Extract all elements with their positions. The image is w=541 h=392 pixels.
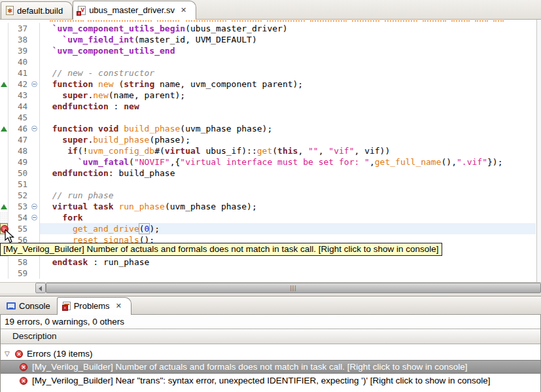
- fold-collapse-icon[interactable]: [31, 126, 37, 132]
- sv-file-icon: vx: [78, 6, 86, 15]
- annotation-ruler-cell[interactable]: [0, 101, 9, 112]
- tab-ubus-master-driver[interactable]: vx ubus_master_driver.sv ✕: [73, 1, 196, 20]
- console-icon: [7, 302, 16, 310]
- editor-tab-bar: ✱ default.build vx ubus_master_driver.sv…: [0, 0, 541, 20]
- annotation-ruler-cell[interactable]: [0, 156, 9, 168]
- folding-ruler-cell: [30, 101, 40, 112]
- squiggle-underline: [88, 20, 152, 22]
- squiggle-underline: [310, 20, 347, 22]
- code-line-53[interactable]: 53 virtual task run_phase(uvm_phase phas…: [0, 201, 536, 212]
- code-text: virtual task run_phase(uvm_phase phase);: [40, 201, 536, 212]
- code-text: endfunction : new: [40, 101, 536, 112]
- annotation-ruler-cell[interactable]: [0, 23, 9, 34]
- folding-ruler-cell: [30, 168, 40, 179]
- arrow-left-icon: [39, 286, 42, 291]
- annotation-ruler-cell[interactable]: [0, 201, 9, 212]
- code-text: endfunction: build_phase: [40, 168, 536, 179]
- code-text: `uvm_component_utils_begin(ubus_master_d…: [40, 23, 536, 34]
- fold-collapse-icon[interactable]: [31, 215, 37, 221]
- code-text: get_and_drive(0);: [40, 223, 536, 234]
- annotation-ruler-cell[interactable]: [0, 268, 9, 279]
- bracket-match-highlight: (0: [139, 224, 150, 234]
- scrollbar-track[interactable]: |||: [46, 283, 541, 293]
- code-line-48[interactable]: 48 if(!uvm_config_db#(virtual ubus_if)::…: [0, 145, 536, 156]
- line-number: 53: [9, 201, 30, 212]
- annotation-ruler-cell[interactable]: [0, 90, 9, 101]
- expander-icon[interactable]: ▽: [5, 350, 11, 357]
- annotation-ruler-cell[interactable]: [0, 179, 9, 190]
- annotation-ruler-cell[interactable]: [0, 257, 9, 268]
- line-number: 40: [9, 56, 30, 67]
- code-line-51[interactable]: 51: [0, 179, 536, 190]
- code-line-39[interactable]: 39 `uvm_component_utils_end: [0, 45, 536, 56]
- folding-ruler-cell: [30, 156, 40, 168]
- annotation-ruler-cell[interactable]: [0, 112, 9, 123]
- code-line-45[interactable]: 45: [0, 112, 536, 123]
- squiggle-underline: [232, 20, 262, 22]
- folding-ruler-cell: [30, 112, 40, 123]
- scroll-left-button[interactable]: [35, 283, 46, 293]
- folding-ruler-cell: [30, 268, 40, 279]
- code-line-55[interactable]: ✕55 get_and_drive(0);: [0, 223, 536, 234]
- code-text: [40, 268, 536, 279]
- line-number: 54: [9, 212, 30, 223]
- code-text: // run phase: [40, 190, 536, 201]
- code-line-46[interactable]: 46 function void build_phase(uvm_phase p…: [0, 123, 536, 134]
- line-number: 39: [9, 45, 30, 56]
- annotation-ruler-cell[interactable]: [0, 134, 9, 145]
- code-line-59[interactable]: 59: [0, 268, 536, 279]
- annotation-ruler-cell[interactable]: [0, 79, 9, 90]
- tab-close-icon[interactable]: ✕: [181, 6, 186, 14]
- code-line-50[interactable]: 50 endfunction: build_phase: [0, 168, 536, 179]
- overview-ruler[interactable]: [536, 20, 541, 282]
- tab-label: ubus_master_driver.sv: [89, 5, 175, 15]
- code-line-38[interactable]: 38 `uvm_field_int(master_id, UVM_DEFAULT…: [0, 34, 536, 45]
- line-number: 41: [9, 67, 30, 79]
- code-line-40[interactable]: 40: [0, 56, 536, 67]
- annotation-ruler-cell[interactable]: [0, 34, 9, 45]
- code-line-37[interactable]: 37 `uvm_component_utils_begin(ubus_maste…: [0, 23, 536, 34]
- annotation-ruler-cell[interactable]: [0, 45, 9, 56]
- override-marker-icon: [1, 204, 7, 209]
- tab-close-icon[interactable]: ✕: [116, 302, 122, 310]
- tab-default-build[interactable]: ✱ default.build: [1, 1, 73, 19]
- scrollbar-thumb[interactable]: |||: [46, 283, 541, 293]
- code-line-47[interactable]: 47 super.build_phase(phase);: [0, 134, 536, 145]
- code-text: `uvm_fatal("NOVIF",{"virtual interface m…: [40, 156, 536, 168]
- annotation-ruler-cell[interactable]: [0, 168, 9, 179]
- problem-row[interactable]: ✕[My_Verilog_Builder] Near "trans": synt…: [1, 374, 540, 387]
- code-line-54[interactable]: 54 fork: [0, 212, 536, 223]
- code-line-43[interactable]: 43 super.new(name, parent);: [0, 90, 536, 101]
- errors-group-row[interactable]: ▽ ✕ Errors (19 items): [1, 347, 540, 360]
- annotation-ruler-cell[interactable]: [0, 67, 9, 79]
- folding-ruler-cell: [30, 67, 40, 79]
- line-number: 50: [9, 168, 30, 179]
- annotation-ruler-cell[interactable]: [0, 123, 9, 134]
- problems-tree: ▽ ✕ Errors (19 items) ✕[My_Verilog_Build…: [1, 344, 540, 387]
- code-line-44[interactable]: 44 endfunction : new: [0, 101, 536, 112]
- code-editor[interactable]: 37 `uvm_component_utils_begin(ubus_maste…: [0, 20, 541, 282]
- folding-ruler-cell: [30, 45, 40, 56]
- horizontal-scrollbar: |||: [0, 282, 541, 293]
- annotation-ruler-cell[interactable]: [0, 212, 9, 223]
- squiggle-underline: [267, 20, 305, 22]
- code-line-58[interactable]: 58 endtask : run_phase: [0, 257, 536, 268]
- fold-collapse-icon[interactable]: [31, 204, 37, 209]
- folding-ruler-cell: [30, 34, 40, 45]
- code-line-42[interactable]: 42 function new (string name, uvm_compon…: [0, 79, 536, 90]
- code-line-49[interactable]: 49 `uvm_fatal("NOVIF",{"virtual interfac…: [0, 156, 536, 168]
- folding-ruler-cell: [30, 179, 40, 190]
- tab-console[interactable]: Console: [1, 298, 57, 314]
- description-column-header[interactable]: Description: [1, 329, 540, 344]
- code-line-41[interactable]: 41 // new - constructor: [0, 67, 536, 79]
- annotation-ruler-cell[interactable]: [0, 145, 9, 156]
- code-text: if(!uvm_config_db#(virtual ubus_if)::get…: [40, 145, 536, 156]
- annotation-ruler-cell[interactable]: [0, 190, 9, 201]
- annotation-ruler-cell[interactable]: [0, 56, 9, 67]
- code-line-52[interactable]: 52 // run phase: [0, 190, 536, 201]
- problem-row[interactable]: ✕[My_Verilog_Builder] Number of actuals …: [1, 360, 540, 374]
- folding-ruler-cell: [30, 79, 40, 90]
- tab-problems[interactable]: Problems ✕: [57, 297, 131, 315]
- line-number: 37: [9, 23, 30, 34]
- fold-collapse-icon[interactable]: [31, 81, 37, 87]
